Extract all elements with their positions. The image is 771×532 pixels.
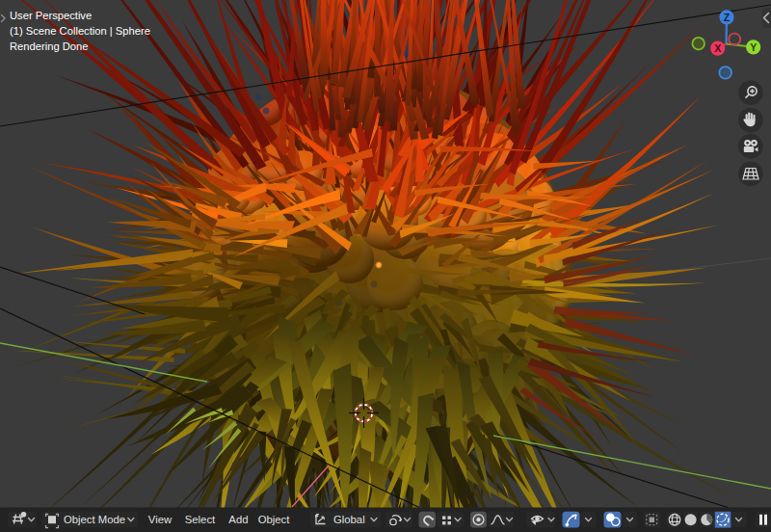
svg-text:Add: Add <box>228 514 248 525</box>
svg-text:Y: Y <box>750 41 757 53</box>
svg-text:X: X <box>714 42 721 54</box>
svg-text:Object Mode: Object Mode <box>64 514 125 525</box>
svg-text:Global: Global <box>333 514 365 525</box>
svg-text:Object: Object <box>258 514 291 525</box>
svg-text:Z: Z <box>724 12 731 23</box>
svg-text:Select: Select <box>185 514 216 525</box>
svg-text:User Perspective: User Perspective <box>10 10 92 21</box>
svg-text:View: View <box>148 514 173 525</box>
svg-text:Rendering Done: Rendering Done <box>10 40 88 52</box>
svg-text:(1) Scene Collection | Sphere: (1) Scene Collection | Sphere <box>10 25 150 37</box>
